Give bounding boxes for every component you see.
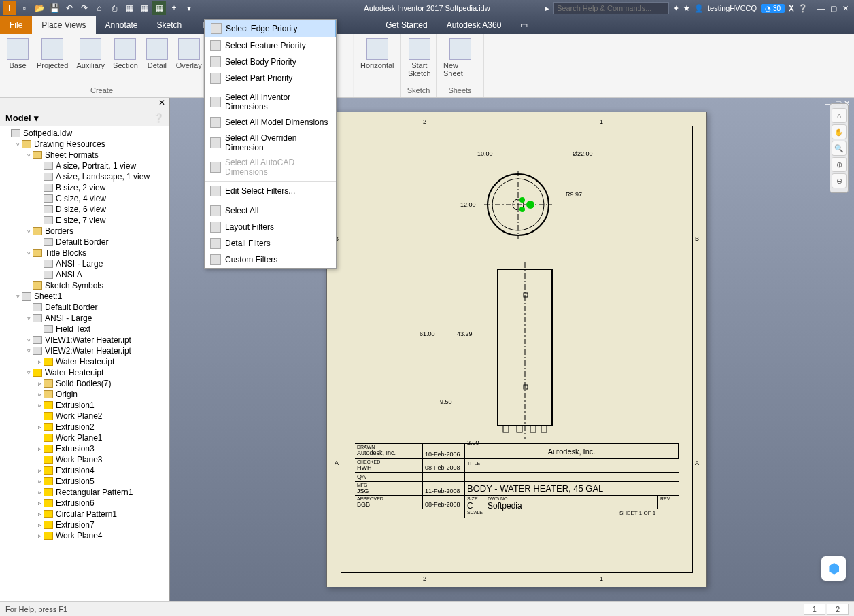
tab-a360[interactable]: Autodesk A360 xyxy=(437,16,511,34)
tree-item[interactable]: Default Border xyxy=(0,237,169,247)
nav-zoomout-icon[interactable]: ⊖ xyxy=(832,173,847,188)
model-tree[interactable]: Softpedia.idw▿Drawing Resources▿Sheet Fo… xyxy=(0,126,169,601)
select-dropdown-icon[interactable]: ▦ xyxy=(152,1,166,15)
star-icon[interactable]: ★ xyxy=(683,4,690,13)
save-icon[interactable]: 💾 xyxy=(48,1,61,15)
user-icon[interactable]: 👤 xyxy=(694,4,704,13)
dd-custom-filters[interactable]: Custom Filters xyxy=(205,252,336,268)
tree-item[interactable]: A size, Landscape, 1 view xyxy=(0,171,169,182)
dd-detail-filters[interactable]: Detail Filters xyxy=(205,235,336,252)
tree-item[interactable]: ANSI - Large xyxy=(0,258,169,269)
tree-item[interactable]: A size, Portrait, 1 view xyxy=(0,160,169,171)
nav-home-icon[interactable]: ⌂ xyxy=(832,108,847,123)
tab-sketch[interactable]: Sketch xyxy=(148,16,192,34)
help-panel-icon[interactable]: ❔ xyxy=(153,113,164,123)
close-button[interactable]: ✕ xyxy=(842,4,849,13)
tree-item[interactable]: D size, 6 view xyxy=(0,204,169,215)
tree-item[interactable]: Work Plane3 xyxy=(0,454,169,465)
tree-item[interactable]: ▹Extrusion4 xyxy=(0,465,169,476)
exchange-icon[interactable]: Ⅹ xyxy=(789,4,794,13)
tab-get-started[interactable]: Get Started xyxy=(376,16,437,34)
tree-item[interactable]: ▹Extrusion1 xyxy=(0,400,169,411)
tree-item[interactable]: Softpedia.idw xyxy=(0,128,169,139)
dd-select-body-priority[interactable]: Select Body Priority xyxy=(205,54,336,70)
ribbon-section[interactable]: Section xyxy=(110,37,141,85)
dd-edit-select-filters[interactable]: Edit Select Filters... xyxy=(205,183,336,199)
file-tab[interactable]: File xyxy=(0,16,32,34)
ribbon-new-sheet[interactable]: New Sheet xyxy=(441,37,479,85)
tree-item[interactable]: ▿Sheet Formats xyxy=(0,150,169,160)
tool-icon-2[interactable]: ▦ xyxy=(137,1,151,15)
tree-item[interactable]: ▹Extrusion5 xyxy=(0,476,169,487)
tree-item[interactable]: ▿VIEW2:Water Heater.ipt xyxy=(0,345,169,356)
tree-item[interactable]: ▹Water Heater.ipt xyxy=(0,356,169,367)
tree-item[interactable]: ▿Drawing Resources xyxy=(0,139,169,150)
tree-item[interactable]: ▿Title Blocks xyxy=(0,247,169,258)
status-tab-1[interactable]: 1 xyxy=(804,604,825,615)
dd-select-all-autocad-dims[interactable]: Select All AutoCAD Dimensions xyxy=(205,155,336,179)
ribbon-auxiliary[interactable]: Auxiliary xyxy=(73,37,107,85)
nav-zoom-icon[interactable]: 🔍 xyxy=(832,141,847,156)
tree-item[interactable]: C size, 4 view xyxy=(0,193,169,204)
dd-select-all-model-dims[interactable]: Select All Model Dimensions xyxy=(205,114,336,131)
open-icon[interactable]: 📂 xyxy=(33,1,46,15)
new-icon[interactable]: ▫ xyxy=(18,1,31,15)
maximize-button[interactable]: ▢ xyxy=(830,4,837,13)
user-name[interactable]: testingHVCCQ xyxy=(708,4,757,12)
dd-select-part-priority[interactable]: Select Part Priority xyxy=(205,70,336,86)
nav-arrow-icon[interactable]: ▸ xyxy=(545,4,549,13)
tool-icon-1[interactable]: ▦ xyxy=(122,1,136,15)
dropdown-icon[interactable]: ▾ xyxy=(182,1,196,15)
tree-item[interactable]: ▹Origin xyxy=(0,389,169,400)
tab-annotate[interactable]: Annotate xyxy=(96,16,148,34)
ribbon-projected[interactable]: Projected xyxy=(34,37,71,85)
dd-select-all-overriden-dims[interactable]: Select All Overriden Dimension xyxy=(205,131,336,155)
tree-item[interactable]: E size, 7 view xyxy=(0,215,169,226)
ribbon-base[interactable]: Base xyxy=(4,37,31,85)
panel-close-icon[interactable]: ✕ xyxy=(158,98,165,107)
dd-select-edge-priority[interactable]: Select Edge Priority xyxy=(205,20,336,37)
tree-item[interactable]: ▿Borders xyxy=(0,226,169,237)
ribbon-overlay[interactable]: Overlay xyxy=(173,37,205,85)
ribbon-detail[interactable]: Detail xyxy=(143,37,171,85)
help-icon[interactable]: ❔ xyxy=(798,4,808,13)
dd-select-all-inventor-dims[interactable]: Select All Inventor Dimensions xyxy=(205,90,336,114)
tree-item[interactable]: ▹Extrusion2 xyxy=(0,422,169,432)
add-icon[interactable]: + xyxy=(167,1,181,15)
dd-select-all[interactable]: Select All xyxy=(205,203,336,219)
tree-item[interactable]: ▿VIEW1:Water Heater.ipt xyxy=(0,335,169,345)
tree-item[interactable]: Work Plane1 xyxy=(0,432,169,443)
tree-item[interactable]: ▿ANSI - Large xyxy=(0,313,169,324)
search-input[interactable] xyxy=(553,2,669,14)
signin-icon[interactable]: ✦ xyxy=(673,4,679,13)
dd-select-feature-priority[interactable]: Select Feature Priority xyxy=(205,37,336,54)
tab-overflow[interactable]: ▭ xyxy=(511,16,537,34)
tree-item[interactable]: ▿Water Heater.ipt xyxy=(0,367,169,378)
nav-pan-icon[interactable]: ✋ xyxy=(832,124,847,139)
redo-icon[interactable]: ↷ xyxy=(78,1,91,15)
tree-item[interactable]: ▹Extrusion3 xyxy=(0,443,169,454)
tree-item[interactable]: ▹Solid Bodies(7) xyxy=(0,378,169,389)
tree-item[interactable]: Field Text xyxy=(0,324,169,335)
tree-item[interactable]: ▹Circular Pattern1 xyxy=(0,509,169,519)
tree-item[interactable]: ▹Extrusion7 xyxy=(0,519,169,530)
nav-zoomin-icon[interactable]: ⊕ xyxy=(832,157,847,172)
dd-layout-filters[interactable]: Layout Filters xyxy=(205,219,336,235)
ribbon-start-sketch[interactable]: Start Sketch xyxy=(405,37,434,85)
tree-item[interactable]: Sketch Symbols xyxy=(0,280,169,291)
undo-icon[interactable]: ↶ xyxy=(63,1,76,15)
tree-item[interactable]: B size, 2 view xyxy=(0,182,169,193)
tree-item[interactable]: Default Border xyxy=(0,302,169,313)
help-cube-icon[interactable]: ⬢ xyxy=(821,556,846,581)
tree-item[interactable]: ▹Work Plane4 xyxy=(0,530,169,541)
tree-item[interactable]: ▹Extrusion6 xyxy=(0,498,169,509)
home-icon[interactable]: ⌂ xyxy=(92,1,106,15)
print-icon[interactable]: ⎙ xyxy=(107,1,121,15)
tree-item[interactable]: Work Plane2 xyxy=(0,411,169,422)
tree-item[interactable]: ▹Rectangular Pattern1 xyxy=(0,487,169,498)
ribbon-horizontal[interactable]: Horizontal xyxy=(358,37,397,93)
status-tab-2[interactable]: 2 xyxy=(827,604,849,615)
notification-badge[interactable]: ◔ 30 xyxy=(761,4,785,13)
tree-item[interactable]: ANSI A xyxy=(0,269,169,280)
tab-place-views[interactable]: Place Views xyxy=(32,16,95,34)
